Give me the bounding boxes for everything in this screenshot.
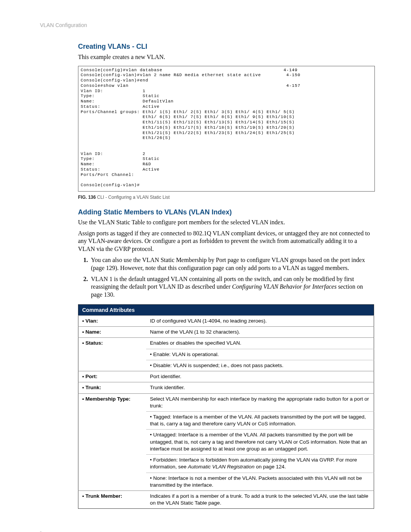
table-row: • Port:Port identifier. [78, 371, 374, 382]
figure-caption: FIG. 136 CLI - Configuring a VLAN Static… [78, 195, 375, 200]
attr-sub-desc: • Tagged: Interface is a member of the V… [146, 411, 374, 429]
body-para-b: Assign ports as tagged if they are conne… [40, 230, 375, 253]
table-row: • Tagged: Interface is a member of the V… [78, 411, 374, 429]
console-output-box: Console(config)#vlan database 4-149 Cons… [78, 66, 375, 192]
attr-sub-desc: • Enable: VLAN is operational. [146, 349, 374, 360]
table-row: • Name:Name of the VLAN (1 to 32 charact… [78, 327, 374, 338]
table-row: • Disable: VLAN is suspended; i.e., does… [78, 360, 374, 371]
intro-text-1: This example creates a new VLAN. [40, 53, 375, 61]
attr-label: • Port: [78, 371, 147, 382]
figure-number: FIG. 136 [78, 195, 96, 200]
attr-label: • Name: [78, 327, 147, 338]
numbered-list: You can also use the VLAN Static Members… [40, 256, 375, 299]
table-row: • None: Interface is not a member of the… [78, 473, 374, 490]
attr-label: • Membership Type: [78, 393, 147, 411]
attr-label-empty [78, 411, 147, 429]
list-item: VLAN 1 is the default untagged VLAN cont… [89, 275, 375, 299]
attr-desc: Enables or disables the specified VLAN. [146, 338, 374, 349]
list-item: You can also use the VLAN Static Members… [89, 256, 375, 272]
table-row: • Enable: VLAN is operational. [78, 349, 374, 360]
table-row: • Vlan:ID of configured VLAN (1-4094, no… [78, 316, 374, 327]
attr-desc: ID of configured VLAN (1-4094, no leadin… [146, 316, 374, 327]
attr-label-empty [78, 360, 147, 371]
figure-text: CLI - Configuring a VLAN Static List [96, 195, 170, 200]
attr-label: • Trunk: [78, 382, 147, 393]
table-row: • Untagged: Interface is a member of the… [78, 430, 374, 455]
attr-label-empty [78, 455, 147, 473]
li-text-italic: Configuring VLAN Behavior for Interfaces [232, 283, 337, 290]
attr-sub-desc: • Forbidden: Interface is forbidden from… [146, 455, 374, 473]
table-row: • Trunk Member:Indicates if a port is a … [78, 490, 374, 508]
table-header: Command Attributes [78, 305, 374, 316]
table-row: • Trunk:Trunk identifier. [78, 382, 374, 393]
body-para-a: Use the VLAN Static Table to configure p… [40, 219, 375, 227]
attr-label-empty [78, 349, 147, 360]
attr-label: • Vlan: [78, 316, 147, 327]
heading-creating-vlans-cli: Creating VLANs - CLI [40, 43, 375, 51]
attr-label: • Trunk Member: [78, 490, 147, 508]
command-attributes-table: Command Attributes • Vlan:ID of configur… [78, 304, 374, 509]
attr-desc: Name of the VLAN (1 to 32 characters). [146, 327, 374, 338]
attr-sub-desc: • Disable: VLAN is suspended; i.e., does… [146, 360, 374, 371]
attr-sub-desc: • None: Interface is not a member of the… [146, 473, 374, 490]
breadcrumb: VLAN Configuration [40, 22, 375, 28]
attr-desc: Port identifier. [146, 371, 374, 382]
attr-desc: Trunk identifier. [146, 382, 374, 393]
attr-sub-desc: • Untagged: Interface is a member of the… [146, 430, 374, 455]
table-row: • Membership Type:Select VLAN membership… [78, 393, 374, 411]
attr-desc: Select VLAN membership for each interfac… [146, 393, 374, 411]
attr-label-empty [78, 473, 147, 490]
table-row: • Status:Enables or disables the specifi… [78, 338, 374, 349]
heading-adding-static-members: Adding Static Members to VLANs (VLAN Ind… [40, 208, 375, 216]
table-row: • Forbidden: Interface is forbidden from… [78, 455, 374, 473]
attr-label-empty [78, 430, 147, 455]
attr-desc: Indicates if a port is a member of a tru… [146, 490, 374, 508]
attr-label: • Status: [78, 338, 147, 349]
